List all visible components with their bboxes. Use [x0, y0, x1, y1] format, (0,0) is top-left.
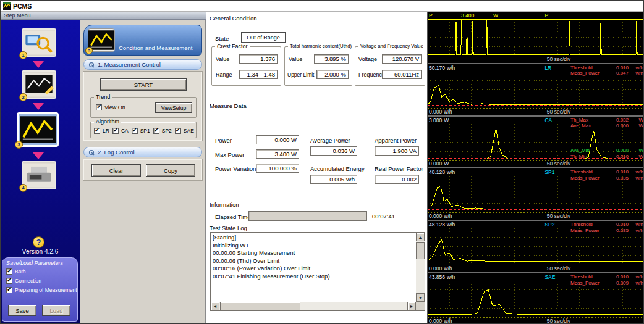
checkbox-label: SAE	[184, 128, 194, 134]
help-button[interactable]: ?	[33, 236, 44, 248]
step-arrow-icon	[33, 152, 44, 159]
scrollbar-thumb[interactable]	[416, 242, 425, 259]
checkbox-icon[interactable]	[96, 104, 102, 110]
chart-plot	[428, 117, 644, 168]
elapsed-time-value: 00:07:41	[372, 213, 395, 220]
algorithm-checkbox-sae[interactable]: SAE	[175, 128, 194, 134]
checkbox-icon[interactable]	[94, 128, 100, 134]
yellow-chart-icon	[88, 29, 114, 51]
copy-button[interactable]: Copy	[146, 164, 195, 177]
general-condition-title: General Condition	[210, 15, 257, 22]
scroll-left-icon[interactable]: ◄	[211, 302, 219, 310]
crest-factor-value: 1.376	[239, 54, 278, 64]
test-state-log-box[interactable]: [Starting]Initializing WT00:00:00 Starti…	[210, 232, 425, 311]
trend-chart-panel: P3.400WP50 sec/div 50.170w/hLRThreshold0…	[427, 12, 644, 324]
save-button[interactable]: Save	[8, 305, 36, 316]
section-log-control[interactable]: 2. Log Control	[83, 147, 202, 157]
thd-groupbox: Total harmonic content(Uthd) Value 3.895…	[284, 46, 352, 86]
measurement-control-panel: START Trend View On ViewSetup Algorithm …	[83, 72, 202, 141]
max-power-value: 3.400 W	[256, 149, 299, 159]
checkbox-icon[interactable]	[6, 268, 12, 275]
algorithm-checkbox-ca[interactable]: CA	[112, 128, 129, 134]
horizontal-scrollbar[interactable]: ◄ ►	[211, 302, 416, 310]
measurement-control-column: 3 Condition and Measurement 1. Measureme…	[80, 20, 206, 324]
step-arrow-icon	[33, 103, 44, 110]
checkbox-label: SP2	[162, 128, 172, 134]
state-value-badge: Out of Range	[241, 32, 286, 43]
save-load-option-both[interactable]: Both	[6, 268, 26, 275]
step-item-1[interactable]: 1	[22, 28, 56, 57]
condition-measurement-header: 3 Condition and Measurement	[83, 25, 202, 56]
step-item-4[interactable]: 4	[22, 161, 56, 189]
power-variation-label: Power Variation	[215, 165, 256, 172]
section-title: 1. Measurement Control	[98, 61, 161, 68]
max-power-label: Max Power	[215, 151, 245, 158]
step-number-badge: 1	[19, 51, 27, 59]
real-power-factor-label: Real Power Factor	[375, 165, 423, 172]
step-menu-label: Step Menu	[4, 12, 31, 19]
accumulated-energy-label: Accumulated Energy	[310, 165, 365, 172]
pcms-window: PCMS Step Menu 1 2 3 4 ? Version 4.2.6 S…	[0, 0, 644, 324]
scroll-right-icon[interactable]: ►	[407, 302, 416, 310]
test-state-log-title: Test State Log	[210, 225, 247, 231]
log-line: [Starting]	[213, 234, 415, 242]
apparent-power-label: Apparent Power	[375, 137, 417, 144]
chart-plot	[428, 12, 644, 63]
checkbox-icon[interactable]	[175, 128, 181, 134]
step-number-badge: 3	[15, 141, 23, 149]
chart-plot	[428, 64, 644, 115]
chart-power: P3.400WP50 sec/div	[428, 12, 644, 63]
checkbox-label: Connection	[15, 278, 41, 284]
trend-groupbox: Trend View On ViewSetup	[90, 97, 197, 118]
scroll-up-icon[interactable]: ▲	[416, 233, 425, 241]
real-power-factor-value: 0.002	[375, 175, 419, 184]
title-bar: PCMS	[1, 1, 643, 12]
chart-sae: 43.856w/hSAEThreshold0.010w/hMeas_Power0…	[428, 272, 644, 324]
start-button[interactable]: START	[100, 78, 187, 91]
step-number-badge: 3	[85, 47, 93, 54]
step-item-2[interactable]: 2	[22, 70, 56, 99]
vertical-scrollbar[interactable]: ▲ ▼	[416, 233, 425, 302]
chart-plot	[428, 168, 644, 220]
step-item-3-selected[interactable]: 3	[17, 112, 59, 147]
measure-data-title: Measure Data	[210, 102, 247, 109]
frequency-label: Frequency	[358, 72, 385, 78]
checkbox-icon[interactable]	[112, 128, 119, 134]
algorithm-checkbox-lr[interactable]: LR	[94, 128, 109, 134]
algorithm-legend: Algorithm	[94, 118, 121, 125]
save-load-option-preparing[interactable]: Preparing of Measurement	[6, 287, 77, 293]
section-title: 2. Log Control	[98, 149, 135, 156]
scroll-down-icon[interactable]: ▼	[416, 293, 425, 302]
scrollbar-thumb[interactable]	[220, 302, 300, 310]
chart-pen-icon	[23, 72, 55, 98]
crest-factor-groupbox: Crest Factor Value 1.376 Range 1.34 - 1.…	[211, 46, 281, 86]
help-question-icon: ?	[36, 238, 41, 247]
devices-search-icon	[23, 30, 55, 56]
checkbox-icon[interactable]	[6, 278, 12, 284]
save-load-panel: Save/Load Parameters Both Connection Pre…	[2, 257, 78, 322]
algorithm-checkbox-sp2[interactable]: SP2	[153, 128, 172, 134]
version-label: Version 4.2.6	[1, 248, 80, 255]
clear-button[interactable]: Clear	[91, 164, 141, 177]
information-title: Information	[210, 201, 239, 208]
checkbox-icon[interactable]	[132, 128, 138, 134]
algorithm-checkbox-sp1[interactable]: SP1	[132, 128, 150, 134]
section-coil-icon	[88, 62, 95, 68]
algorithm-groupbox: Algorithm LR CA SP1 SP2 SAE	[90, 122, 197, 138]
load-button[interactable]: Load	[42, 305, 70, 316]
average-power-label: Average Power	[310, 137, 350, 144]
save-load-option-connection[interactable]: Connection	[6, 278, 41, 284]
step-navigation: 1 2 3 4 ? Version 4.2.6 Save/Load Parame…	[1, 20, 80, 324]
crest-factor-legend: Crest Factor	[215, 43, 250, 49]
voltage-value: 120.670 V	[382, 54, 422, 64]
upper-limit-label: Upper Limit	[287, 72, 314, 78]
voltage-label: Voltage	[358, 56, 377, 62]
view-on-checkbox[interactable]: View On	[96, 104, 125, 110]
chart-plot	[428, 221, 644, 272]
thd-legend: Total harmonic content(Uthd)	[288, 43, 354, 49]
checkbox-icon[interactable]	[153, 128, 159, 134]
section-measurement-control[interactable]: 1. Measurement Control	[83, 59, 202, 70]
view-setup-button[interactable]: ViewSetup	[155, 102, 192, 113]
checkbox-icon[interactable]	[6, 287, 12, 293]
voltage-frequency-groupbox: Voltage and Frequency Value Voltage 120.…	[355, 46, 425, 86]
